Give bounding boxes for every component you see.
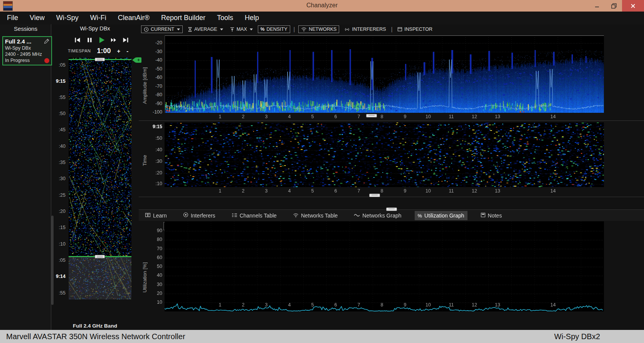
timespan-control: TIMESPAN 1:00 + - bbox=[68, 47, 136, 55]
channel-tick: 12 bbox=[469, 114, 479, 119]
timespan-decrease-button[interactable]: - bbox=[126, 48, 128, 54]
channel-tick: 3 bbox=[261, 302, 271, 308]
networks-button[interactable]: NETWORKS bbox=[298, 25, 339, 33]
edit-session-icon[interactable] bbox=[44, 38, 50, 46]
menu-help[interactable]: Help bbox=[245, 14, 259, 22]
channel-tick: 8 bbox=[377, 302, 387, 308]
chart-toolbar: CURRENT AVERAGE MAX % DENSITY | NETWORKS… bbox=[141, 25, 434, 33]
average-button[interactable]: AVERAGE bbox=[186, 26, 225, 33]
amplitude-xticks: 1234567891011121314 bbox=[0, 114, 644, 120]
session-range: 2400 - 2495 MHz bbox=[5, 52, 49, 57]
skip-start-button[interactable] bbox=[73, 36, 82, 44]
channel-tick: 1 bbox=[215, 114, 225, 119]
close-icon bbox=[630, 3, 636, 9]
channel-tick: 9 bbox=[400, 114, 410, 119]
waterfall-time-label: :05 bbox=[59, 258, 66, 263]
toolbar-separator: | bbox=[294, 26, 295, 32]
channel-tick: 10 bbox=[423, 302, 433, 308]
window-title: Chanalyzer bbox=[0, 2, 644, 9]
channel-tick: 11 bbox=[446, 114, 456, 119]
utilization-xticks: 1234567891011121314 bbox=[0, 302, 644, 308]
channel-tick: 12 bbox=[469, 188, 479, 194]
tab-channels-table[interactable]: Channels Table bbox=[229, 211, 280, 220]
splitter-handle[interactable] bbox=[386, 207, 397, 211]
menu-tools[interactable]: Tools bbox=[217, 14, 233, 22]
inspector-button[interactable]: INSPECTOR bbox=[396, 26, 434, 33]
time-waterfall-chart[interactable] bbox=[165, 122, 604, 187]
device-name: Wi-Spy DBx2 bbox=[554, 332, 600, 341]
menu-cleanair-[interactable]: CleanAir® bbox=[118, 14, 150, 22]
sessions-panel bbox=[0, 24, 51, 330]
splitter-handle[interactable] bbox=[369, 194, 380, 197]
splitter-handle[interactable] bbox=[366, 114, 377, 117]
minimize-button[interactable] bbox=[589, 0, 605, 12]
band-label: Full 2.4 GHz Band bbox=[51, 323, 139, 329]
channel-tick: 7 bbox=[354, 188, 364, 194]
menu-report-builder[interactable]: Report Builder bbox=[161, 14, 205, 22]
waterfall-time-label: 9:15 bbox=[56, 79, 66, 84]
max-button[interactable]: MAX bbox=[228, 26, 254, 33]
book-icon bbox=[145, 212, 151, 219]
menu-view[interactable]: View bbox=[30, 14, 45, 22]
channel-tick: 7 bbox=[354, 302, 364, 308]
waterfall-time-label: :05 bbox=[59, 62, 66, 68]
tab-networks-table[interactable]: Networks Table bbox=[290, 211, 341, 220]
spectrum-chart[interactable] bbox=[165, 35, 604, 113]
channels-table-icon bbox=[232, 212, 237, 219]
splitter[interactable] bbox=[139, 120, 644, 121]
waterfall-now-marker[interactable]: + bbox=[132, 57, 141, 63]
channel-tick: 4 bbox=[284, 302, 294, 308]
channel-tick: 5 bbox=[308, 188, 318, 194]
toolbar-separator: | bbox=[391, 26, 393, 32]
restore-button[interactable] bbox=[606, 0, 622, 12]
tab-interferers[interactable]: Interferers bbox=[180, 211, 219, 220]
title-bar: Chanalyzer bbox=[0, 0, 644, 12]
channel-tick: 6 bbox=[331, 114, 341, 119]
wifi-icon bbox=[293, 212, 299, 219]
tab-notes[interactable]: Notes bbox=[478, 211, 505, 220]
channel-tick: 9 bbox=[400, 302, 410, 308]
tab-label: Interferers bbox=[191, 212, 215, 219]
max-icon bbox=[230, 27, 235, 32]
channel-tick: 8 bbox=[377, 114, 387, 119]
channel-tick: 14 bbox=[548, 114, 558, 119]
playback-controls bbox=[73, 35, 135, 45]
chevron-down-icon bbox=[250, 28, 253, 30]
waterfall-time-label: :20 bbox=[59, 209, 66, 214]
splitter[interactable] bbox=[139, 197, 644, 197]
session-card[interactable]: Full 2.4 ... Wi-Spy DBx 2400 - 2495 MHz … bbox=[2, 36, 52, 65]
pause-button[interactable] bbox=[85, 36, 94, 44]
channel-tick: 4 bbox=[284, 188, 294, 194]
percent-icon: % bbox=[418, 212, 422, 219]
interferers-button[interactable]: INTERFERERS bbox=[343, 26, 387, 33]
menu-file[interactable]: File bbox=[7, 14, 18, 22]
waterfall-scrollbar[interactable] bbox=[51, 216, 54, 305]
waterfall-xticks: 1234567891011121314 bbox=[0, 188, 644, 194]
skip-end-button[interactable] bbox=[121, 36, 129, 44]
waterfall-time-label: :35 bbox=[59, 160, 66, 165]
waterfall-time-label: :55 bbox=[59, 290, 66, 296]
session-title: Full 2.4 ... bbox=[5, 38, 49, 45]
selection-top-handle[interactable] bbox=[95, 58, 105, 61]
utilization-yticks: 908070605040302010 bbox=[151, 0, 162, 316]
adapter-name: Marvell AVASTAR 350N Wireless Network Co… bbox=[6, 332, 185, 341]
tab-networks-graph[interactable]: Networks Graph bbox=[351, 211, 404, 220]
density-button[interactable]: % DENSITY bbox=[258, 25, 290, 33]
timespan-increase-button[interactable]: + bbox=[117, 48, 120, 54]
channel-tick: 7 bbox=[354, 114, 364, 119]
selection-bottom-handle[interactable] bbox=[95, 255, 105, 258]
menu-wi-fi[interactable]: Wi-Fi bbox=[90, 14, 106, 22]
tab-label: Networks Graph bbox=[362, 212, 401, 219]
session-status: In Progress bbox=[5, 58, 30, 63]
close-button[interactable] bbox=[622, 0, 644, 12]
wave-icon bbox=[354, 212, 360, 219]
channel-tick: 11 bbox=[446, 302, 456, 308]
tab-utilization-graph[interactable]: %Utilization Graph bbox=[415, 211, 467, 220]
utilization-chart[interactable] bbox=[165, 221, 604, 311]
status-bar: Marvell AVASTAR 350N Wireless Network Co… bbox=[0, 330, 644, 343]
play-button[interactable] bbox=[97, 36, 106, 44]
fast-forward-button[interactable] bbox=[109, 36, 118, 44]
waterfall-time-label: 9:14 bbox=[56, 274, 66, 279]
navigation-waterfall[interactable] bbox=[69, 58, 131, 299]
utilization-ytick: 30 bbox=[151, 282, 162, 287]
